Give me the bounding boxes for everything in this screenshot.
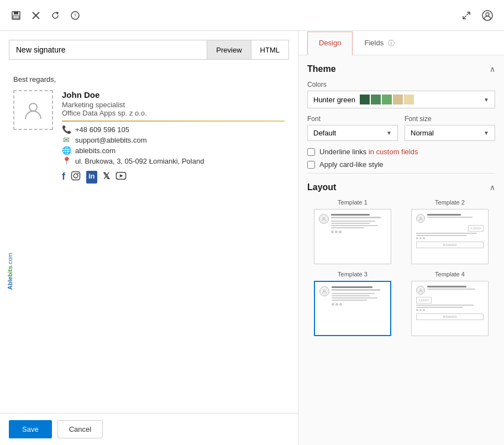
left-panel: Preview HTML Best regards, John Doe Mark… [0, 31, 298, 445]
template-2-label: Template 2 [435, 199, 465, 206]
font-select[interactable]: Default ▼ [307, 125, 398, 141]
svg-rect-13 [72, 172, 80, 180]
swatch-2 [371, 95, 381, 104]
layout-section: Layout ∧ Template 1 [307, 182, 495, 336]
signature-header: Preview HTML [0, 31, 298, 66]
theme-section-header: Theme ∧ [307, 64, 495, 74]
contact-website: 🌐 ablebits.com [62, 146, 285, 155]
x-twitter-icon[interactable]: 𝕏 [103, 171, 110, 184]
right-panel: Design Fields ⓘ Theme ∧ Colors Hunter gr… [298, 31, 504, 445]
bottom-bar: Save Cancel [0, 413, 298, 445]
layout-section-header: Layout ∧ [307, 182, 495, 192]
underline-highlight: in custom fields [369, 148, 418, 156]
expand-icon-button[interactable] [460, 9, 473, 22]
svg-line-8 [467, 12, 470, 15]
signature-body: John Doe Marketing specialist Office Dat… [13, 90, 285, 184]
font-row: Font Default ▼ Font size Normal ▼ [307, 115, 495, 141]
template-1-label: Template 1 [338, 199, 368, 206]
template-1-card[interactable] [314, 209, 391, 264]
svg-point-14 [74, 174, 78, 178]
person-company: Office Data Apps sp. z o.o. [62, 109, 285, 117]
person-name: John Doe [62, 90, 285, 100]
template-3-item: Template 3 [307, 271, 398, 336]
underline-label[interactable]: Underline links in custom fields [319, 148, 418, 156]
theme-collapse-icon[interactable]: ∧ [490, 65, 495, 74]
website-value: ablebits.com [75, 146, 116, 155]
theme-title: Theme [307, 64, 336, 74]
instagram-icon[interactable] [71, 171, 81, 184]
address-value: ul. Brukowa, 3, 05-092 Łomianki, Poland [75, 157, 204, 165]
tab-design[interactable]: Design [307, 32, 353, 55]
signature-preview: Best regards, John Doe Marketing special… [0, 66, 298, 413]
person-title: Marketing specialist [62, 101, 285, 109]
swatch-4 [393, 95, 403, 104]
linkedin-icon[interactable]: in [86, 171, 97, 184]
template-2-item: Template 2 [405, 199, 495, 264]
font-size-chevron-down-icon: ▼ [484, 130, 489, 136]
refresh-icon-button[interactable] [49, 9, 62, 22]
youtube-icon[interactable] [116, 171, 127, 184]
font-size-label: Font size [405, 115, 495, 123]
template-2-card[interactable]: LOGO BANNER [411, 209, 489, 264]
help-icon-button[interactable]: ? [69, 9, 82, 22]
svg-rect-1 [14, 12, 18, 14]
layout-collapse-icon[interactable]: ∧ [490, 183, 495, 192]
card-style-checkbox[interactable] [307, 161, 315, 169]
facebook-icon[interactable]: f [62, 171, 65, 184]
svg-point-15 [77, 173, 78, 174]
user-icon-button[interactable] [480, 8, 495, 23]
email-icon: ✉ [62, 135, 71, 144]
html-button[interactable]: HTML [251, 40, 289, 60]
svg-rect-3 [14, 16, 18, 18]
fields-info-icon: ⓘ [388, 39, 395, 47]
color-name: Hunter green [313, 96, 355, 104]
template-1-item: Template 1 [307, 199, 398, 264]
main-layout: Preview HTML Best regards, John Doe Mark… [0, 31, 504, 445]
swatch-5 [404, 95, 414, 104]
font-field: Font Default ▼ [307, 115, 398, 141]
font-label: Font [307, 115, 398, 123]
swatch-1 [360, 95, 370, 104]
font-size-select[interactable]: Normal ▼ [405, 125, 495, 141]
save-icon-button[interactable] [9, 8, 23, 23]
toolbar-left: ? [9, 8, 453, 23]
template-grid: Template 1 [307, 199, 495, 336]
svg-line-9 [463, 15, 466, 19]
card-style-label[interactable]: Apply card-like style [319, 160, 384, 169]
color-select-left: Hunter green [313, 95, 414, 104]
signature-name-input[interactable] [9, 40, 207, 60]
web-icon: 🌐 [62, 146, 71, 155]
signature-info: John Doe Marketing specialist Office Dat… [62, 90, 285, 184]
contact-phone: 📞 +48 609 596 105 [62, 125, 285, 134]
font-size-field: Font size Normal ▼ [405, 115, 495, 141]
svg-point-11 [486, 13, 489, 16]
swatch-3 [382, 95, 392, 104]
underline-checkbox-row: Underline links in custom fields [307, 148, 495, 156]
watermark-text: Ablebits.com [7, 253, 13, 290]
underline-checkbox[interactable] [307, 148, 315, 156]
tabs: Design Fields ⓘ [298, 31, 504, 55]
font-value: Default [313, 129, 336, 137]
template-4-card[interactable]: LOGO BANNER [411, 281, 489, 336]
section-divider [307, 173, 495, 174]
contact-address: 📍 ul. Brukowa, 3, 05-092 Łomianki, Polan… [62, 156, 285, 165]
template-3-card[interactable] [314, 281, 391, 336]
card-style-checkbox-row: Apply card-like style [307, 160, 495, 169]
signature-contact: 📞 +48 609 596 105 ✉ support@ablebits.com… [62, 125, 285, 165]
social-links: f in 𝕏 [62, 171, 285, 184]
contact-email: ✉ support@ablebits.com [62, 135, 285, 144]
phone-value: +48 609 596 105 [75, 125, 129, 134]
template-4-item: Template 4 [405, 271, 495, 336]
svg-marker-17 [119, 174, 123, 177]
tab-fields[interactable]: Fields ⓘ [353, 32, 406, 55]
location-icon: 📍 [62, 156, 71, 165]
colors-label: Colors [307, 81, 495, 88]
template-4-label: Template 4 [435, 271, 465, 278]
color-select[interactable]: Hunter green ▼ [307, 91, 495, 108]
save-button[interactable]: Save [9, 420, 52, 438]
color-swatch [360, 95, 414, 104]
close-icon-button[interactable] [30, 9, 42, 22]
preview-button[interactable]: Preview [207, 40, 251, 60]
toolbar: ? [0, 0, 504, 31]
cancel-button[interactable]: Cancel [57, 420, 103, 438]
